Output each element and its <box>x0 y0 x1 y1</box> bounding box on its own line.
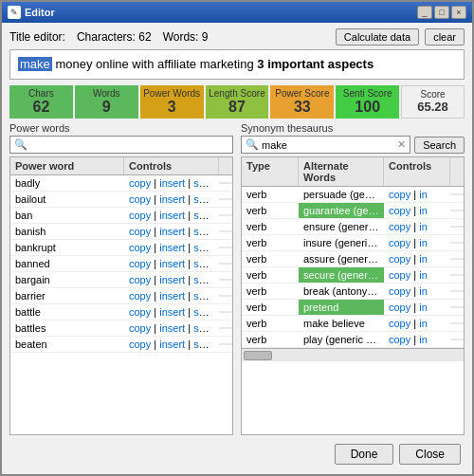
synonym-rows: verb persuade (generic term) copy | in v… <box>242 187 464 348</box>
close-button-footer[interactable]: Close <box>399 444 461 465</box>
syns-link[interactable]: syns <box>193 339 215 350</box>
syn-controls-cell: copy | in <box>384 332 450 347</box>
stat-power-words: Power Words 3 <box>140 85 204 119</box>
syns-link[interactable]: syns <box>193 306 215 318</box>
in-link[interactable]: in <box>419 318 428 329</box>
stat-power-score-value: 33 <box>294 99 311 116</box>
stat-power-score-label: Power Score <box>275 88 329 99</box>
syns-link[interactable]: syns <box>193 226 215 237</box>
syn-controls-cell: copy | in <box>384 267 450 283</box>
copy-link[interactable]: copy <box>129 322 151 334</box>
th-type: Type <box>242 157 299 186</box>
in-link[interactable]: in <box>419 189 428 200</box>
copy-link[interactable]: copy <box>389 334 410 345</box>
row-scroll <box>219 214 232 216</box>
copy-link[interactable]: copy <box>389 205 410 216</box>
insert-link[interactable]: insert <box>159 306 185 318</box>
window-controls: _ □ × <box>417 6 466 19</box>
insert-link[interactable]: insert <box>159 193 185 205</box>
in-link[interactable]: in <box>419 334 428 345</box>
insert-link[interactable]: insert <box>159 274 185 285</box>
title-bar-left: ✎ Editor <box>8 6 55 19</box>
in-link[interactable]: in <box>419 237 428 248</box>
synonym-horizontal-scrollbar[interactable] <box>242 348 464 361</box>
type-cell: verb <box>242 267 299 283</box>
table-row: banned copy | insert | syns <box>10 256 232 272</box>
power-controls-cell: copy | insert | syns <box>124 240 219 255</box>
copy-link[interactable]: copy <box>129 242 151 253</box>
insert-link[interactable]: insert <box>159 226 185 237</box>
title-editor-label: Title editor: <box>9 30 65 44</box>
copy-link[interactable]: copy <box>389 189 410 200</box>
insert-link[interactable]: insert <box>159 258 185 269</box>
copy-link[interactable]: copy <box>389 318 410 329</box>
copy-link[interactable]: copy <box>389 253 410 265</box>
th-syn-controls: Controls <box>384 157 450 186</box>
type-cell: verb <box>242 187 299 202</box>
insert-link[interactable]: insert <box>159 322 185 334</box>
syns-link[interactable]: syns <box>193 290 215 302</box>
power-word-cell: battles <box>10 320 124 336</box>
synonym-search-button[interactable]: Search <box>414 137 465 154</box>
th-controls: Controls <box>124 157 219 174</box>
copy-link[interactable]: copy <box>389 221 410 232</box>
syns-link[interactable]: syns <box>193 258 215 269</box>
copy-link[interactable]: copy <box>389 269 410 281</box>
insert-link[interactable]: insert <box>159 210 185 221</box>
copy-link[interactable]: copy <box>389 302 410 313</box>
close-button[interactable]: × <box>451 6 466 19</box>
maximize-button[interactable]: □ <box>434 6 449 19</box>
in-link[interactable]: in <box>419 302 428 313</box>
in-link[interactable]: in <box>419 285 428 297</box>
clear-button[interactable]: clear <box>425 28 465 46</box>
syns-link[interactable]: syns <box>193 177 215 189</box>
insert-link[interactable]: insert <box>159 242 185 253</box>
copy-link[interactable]: copy <box>129 258 151 269</box>
row-scroll <box>219 327 232 329</box>
row-scroll <box>450 242 464 244</box>
copy-link[interactable]: copy <box>129 210 151 221</box>
synonym-search-icon: 🔍 <box>246 138 259 151</box>
syns-link[interactable]: syns <box>193 242 215 253</box>
power-controls-cell: copy | insert | syns <box>124 288 219 303</box>
type-cell: verb <box>242 251 299 266</box>
synonym-search-row: 🔍 ✕ Search <box>241 136 465 154</box>
in-link[interactable]: in <box>419 269 428 281</box>
copy-link[interactable]: copy <box>129 193 151 205</box>
copy-link[interactable]: copy <box>129 274 151 285</box>
copy-link[interactable]: copy <box>389 285 410 297</box>
synonym-panel: Synonym thesaurus 🔍 ✕ Search Type Altern… <box>241 122 465 435</box>
power-words-panel: Power words 🔍 Power word Controls badly … <box>9 122 233 435</box>
stats-grid: Chars 62 Words 9 Power Words 3 Length Sc… <box>9 85 465 119</box>
synonym-table[interactable]: Type Alternate Words Controls verb persu… <box>241 156 465 435</box>
syns-link[interactable]: syns <box>193 210 215 221</box>
insert-link[interactable]: insert <box>159 177 185 189</box>
synonym-search-input[interactable] <box>262 139 394 151</box>
insert-link[interactable]: insert <box>159 290 185 302</box>
copy-link[interactable]: copy <box>389 237 410 248</box>
copy-link[interactable]: copy <box>129 226 151 237</box>
power-words-search-input[interactable] <box>30 139 228 151</box>
power-controls-cell: copy | insert | syns <box>124 272 219 287</box>
calculate-data-button[interactable]: Calculate data <box>336 28 419 46</box>
insert-link[interactable]: insert <box>159 339 185 350</box>
stat-senti-score: Senti Score 100 <box>336 85 399 119</box>
stat-chars: Chars 62 <box>9 85 73 119</box>
in-link[interactable]: in <box>419 205 428 216</box>
in-link[interactable]: in <box>419 253 428 265</box>
syns-link[interactable]: syns <box>193 193 215 205</box>
copy-link[interactable]: copy <box>129 306 151 318</box>
top-bar-info: Title editor: Characters: 62 Words: 9 <box>9 30 208 44</box>
in-link[interactable]: in <box>419 221 428 232</box>
synonym-clear-icon[interactable]: ✕ <box>397 138 406 151</box>
copy-link[interactable]: copy <box>129 339 151 350</box>
syns-link[interactable]: syns <box>193 322 215 334</box>
power-words-table[interactable]: Power word Controls badly copy | insert … <box>9 156 233 435</box>
copy-link[interactable]: copy <box>129 177 151 189</box>
done-button[interactable]: Done <box>335 444 394 465</box>
syns-link[interactable]: syns <box>193 274 215 285</box>
copy-link[interactable]: copy <box>129 290 151 302</box>
row-scroll <box>219 311 232 313</box>
synonym-scrollbar-thumb[interactable] <box>244 351 272 360</box>
minimize-button[interactable]: _ <box>417 6 432 19</box>
